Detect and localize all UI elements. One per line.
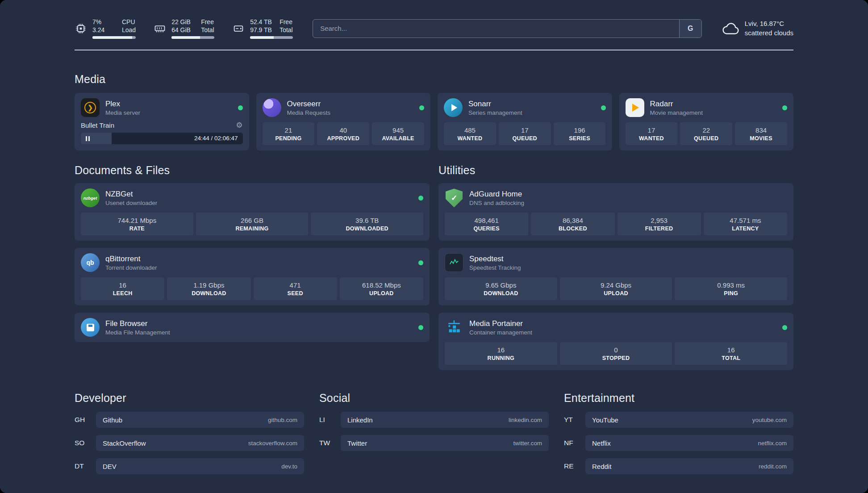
dashboard: 7% 3.24 CPU Load [0, 0, 868, 493]
resource-cpu: 7% 3.24 CPU Load [75, 18, 136, 39]
memory-total-label: Total [201, 26, 214, 34]
service-desc: Media Requests [287, 109, 331, 116]
service-card-sonarr[interactable]: Sonarr Series management 485 WANTED 17 Q… [438, 93, 612, 150]
cpu-label: CPU [122, 18, 136, 26]
service-name: AdGuard Home [469, 190, 524, 199]
service-card-speedtest[interactable]: Speedtest Speedtest Tracking 9.65 Gbps D… [438, 248, 793, 305]
bookmark-abbr: GH [75, 416, 96, 424]
section-title-media: Media [75, 73, 793, 86]
stat-blocked: 86,384 BLOCKED [531, 213, 614, 235]
bookmarks: Developer GH Github github.com SO StackO… [75, 392, 793, 474]
weather-location: Lviv, 16.87°C [745, 19, 793, 28]
playback-time: 24:44 / 02:06:47 [194, 135, 238, 142]
service-name: Radarr [650, 100, 703, 109]
adguard-icon: ✓ [446, 188, 463, 207]
stat-series: 196 SERIES [554, 122, 606, 145]
stat-queries: 498,461 QUERIES [445, 213, 528, 235]
plex-now-playing: Bullet Train ⚙ 24:44 / 02:06:47 [81, 121, 243, 144]
bookmark-youtube[interactable]: YT YouTube youtube.com [564, 412, 793, 428]
service-desc: Series management [468, 109, 522, 116]
service-desc: Media File Management [105, 329, 170, 336]
stat-downloaded: 39.6 TB DOWNLOADED [311, 213, 423, 235]
bookmark-name: DEV [103, 463, 117, 470]
stat-queued: 17 QUEUED [499, 122, 551, 145]
service-name: qBittorrent [105, 255, 157, 263]
service-card-portainer[interactable]: Media Portainer Container management 16 … [438, 313, 793, 370]
plex-icon: ❯ [81, 98, 100, 117]
service-card-overseerr[interactable]: Overseerr Media Requests 21 PENDING 40 A… [256, 93, 431, 150]
bookmark-name: Twitter [347, 439, 367, 447]
service-card-qbittorrent[interactable]: qb qBittorrent Torrent downloader 16 LEE… [75, 248, 430, 305]
service-desc: DNS and adblocking [469, 200, 524, 206]
bookmark-netflix[interactable]: NF Netflix netflix.com [564, 435, 793, 451]
service-card-plex[interactable]: ❯ Plex Media server Bullet Train ⚙ 24:44… [75, 93, 249, 150]
media-group: ❯ Plex Media server Bullet Train ⚙ 24:44… [75, 93, 793, 150]
service-desc: Container management [469, 329, 532, 336]
topbar-divider [75, 50, 793, 50]
bookmark-abbr: NF [564, 439, 585, 447]
bookmark-name: Netflix [592, 439, 611, 447]
memory-total: 64 GiB [171, 26, 191, 34]
stat-pending: 21 PENDING [263, 122, 315, 145]
stat-filtered: 2,953 FILTERED [618, 213, 701, 235]
service-name: NZBGet [105, 190, 157, 199]
stat-movies: 834 MOVIES [735, 122, 787, 145]
status-dot [601, 105, 606, 110]
now-playing-title: Bullet Train [81, 121, 114, 129]
bookmark-url: reddit.com [759, 463, 787, 470]
bookmark-twitter[interactable]: TW Twitter twitter.com [319, 435, 549, 451]
bookmark-reddit[interactable]: RE Reddit reddit.com [564, 458, 793, 474]
search-provider-button[interactable]: G [679, 20, 701, 38]
bookmark-stackoverflow[interactable]: SO StackOverflow stackoverflow.com [75, 435, 304, 451]
memory-usage-bar [171, 36, 214, 39]
topbar: 7% 3.24 CPU Load [75, 18, 793, 39]
disk-total: 97.9 TB [250, 26, 272, 34]
status-dot [782, 105, 787, 110]
portainer-icon [445, 318, 463, 337]
playback-progress-bar[interactable]: 24:44 / 02:06:47 [81, 133, 243, 144]
memory-free: 22 GiB [171, 18, 191, 26]
documents-group: Documents & Files nzbget NZBGet Usenet d… [75, 164, 430, 370]
stat-download: 9.65 Gbps DOWNLOAD [445, 277, 557, 300]
disk-total-label: Total [280, 26, 293, 34]
bookmark-url: twitter.com [513, 440, 542, 447]
pause-button[interactable] [86, 136, 90, 141]
status-dot [418, 196, 423, 201]
bookmark-abbr: YT [564, 416, 585, 424]
bookmark-linkedin[interactable]: LI LinkedIn linkedin.com [319, 412, 549, 428]
section-title-documents: Documents & Files [75, 164, 430, 177]
qbittorrent-icon: qb [81, 253, 100, 272]
weather-widget: Lviv, 16.87°C scattered clouds [722, 19, 793, 38]
bookmark-dev[interactable]: DT DEV dev.to [75, 458, 304, 474]
memory-icon [154, 22, 166, 35]
disk-icon [232, 22, 245, 35]
stat-rate: 744.21 Mbps RATE [81, 213, 193, 235]
disk-usage-bar [250, 36, 293, 39]
section-title-developer: Developer [75, 392, 304, 405]
stat-ping: 0.993 ms PING [675, 277, 787, 300]
service-name: Sonarr [468, 100, 522, 109]
status-dot [419, 105, 424, 110]
service-card-radarr[interactable]: Radarr Movie management 17 WANTED 22 QUE… [619, 93, 794, 150]
service-name: Speedtest [469, 255, 521, 263]
utilities-group: Utilities ✓ AdGuard Home DNS and adblock… [438, 164, 793, 370]
bookmark-url: youtube.com [752, 417, 787, 423]
search-input[interactable] [313, 20, 679, 38]
bookmark-group-entertainment: Entertainment YT YouTube youtube.com NF … [564, 392, 793, 474]
section-title-utilities: Utilities [438, 164, 793, 177]
speedtest-icon [445, 253, 463, 272]
cpu-usage-bar [92, 36, 136, 39]
service-desc: Usenet downloader [105, 200, 157, 206]
service-card-nzbget[interactable]: nzbget NZBGet Usenet downloader 744.21 M… [75, 183, 430, 241]
gear-icon[interactable]: ⚙ [236, 121, 242, 129]
stat-seed: 471 SEED [254, 277, 337, 300]
bookmark-github[interactable]: GH Github github.com [75, 412, 304, 428]
stat-total: 16 TOTAL [675, 342, 787, 365]
stat-wanted: 17 WANTED [626, 122, 678, 145]
stat-remaining: 266 GB REMAINING [196, 213, 309, 235]
service-card-filebrowser[interactable]: File Browser Media File Management [75, 313, 430, 342]
sonarr-icon [444, 98, 463, 117]
resource-disk: 52.4 TB 97.9 TB Free Total [232, 18, 293, 39]
section-title-social: Social [319, 392, 549, 405]
service-card-adguard[interactable]: ✓ AdGuard Home DNS and adblocking 498,46… [438, 183, 793, 241]
